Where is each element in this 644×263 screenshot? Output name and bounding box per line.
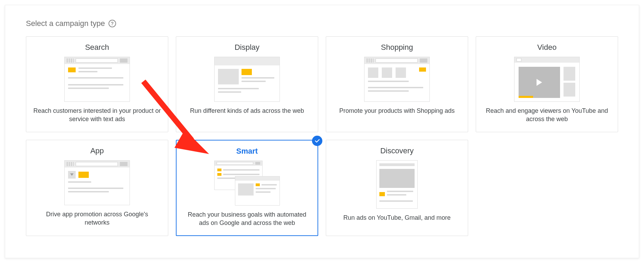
campaign-card-shopping[interactable]: Shopping Promote your products with Shop… xyxy=(326,36,468,132)
section-heading: Select a campaign type xyxy=(26,19,105,28)
card-desc: Promote your products with Shopping ads xyxy=(339,107,455,115)
card-desc: Reach and engage viewers on YouTube and … xyxy=(483,107,611,124)
campaign-card-search[interactable]: Search Reach customers interested in you… xyxy=(26,36,168,132)
discovery-illustration xyxy=(376,160,418,209)
campaign-card-smart[interactable]: Smart xyxy=(176,140,318,236)
search-illustration xyxy=(64,57,130,102)
card-desc: Reach customers interested in your produ… xyxy=(33,107,161,124)
card-desc: Drive app promotion across Google's netw… xyxy=(33,210,161,227)
display-illustration xyxy=(214,57,280,102)
card-desc: Reach your business goals with automated… xyxy=(183,210,311,227)
play-icon xyxy=(537,79,542,86)
campaign-type-grid: Search Reach customers interested in you… xyxy=(26,36,618,236)
card-title: Video xyxy=(537,43,557,52)
campaign-card-discovery[interactable]: Discovery Run ads on YouTube, Gmail, and… xyxy=(326,140,468,236)
app-illustration xyxy=(64,160,130,205)
selected-check-icon xyxy=(312,136,322,146)
card-desc: Run different kinds of ads across the we… xyxy=(190,107,304,115)
heading-row: Select a campaign type ? xyxy=(26,19,618,28)
campaign-card-video[interactable]: Video Reach and engage viewers on YouTub… xyxy=(476,36,618,132)
campaign-type-panel: Select a campaign type ? Search Reach cu… xyxy=(5,5,639,258)
card-title: Smart xyxy=(236,147,258,156)
campaign-card-display[interactable]: Display Run different kinds of ads acros… xyxy=(176,36,318,132)
help-icon[interactable]: ? xyxy=(108,20,116,27)
card-title: App xyxy=(90,146,104,155)
card-title: Discovery xyxy=(380,146,414,155)
shopping-illustration xyxy=(364,57,430,102)
card-title: Search xyxy=(85,43,109,52)
campaign-card-app[interactable]: App Drive app promotion across Google's … xyxy=(26,140,168,236)
card-title: Display xyxy=(235,43,259,52)
smart-illustration xyxy=(214,161,280,206)
card-title: Shopping xyxy=(381,43,413,52)
video-illustration xyxy=(514,57,580,102)
download-icon xyxy=(68,171,76,179)
card-desc: Run ads on YouTube, Gmail, and more xyxy=(343,214,451,222)
